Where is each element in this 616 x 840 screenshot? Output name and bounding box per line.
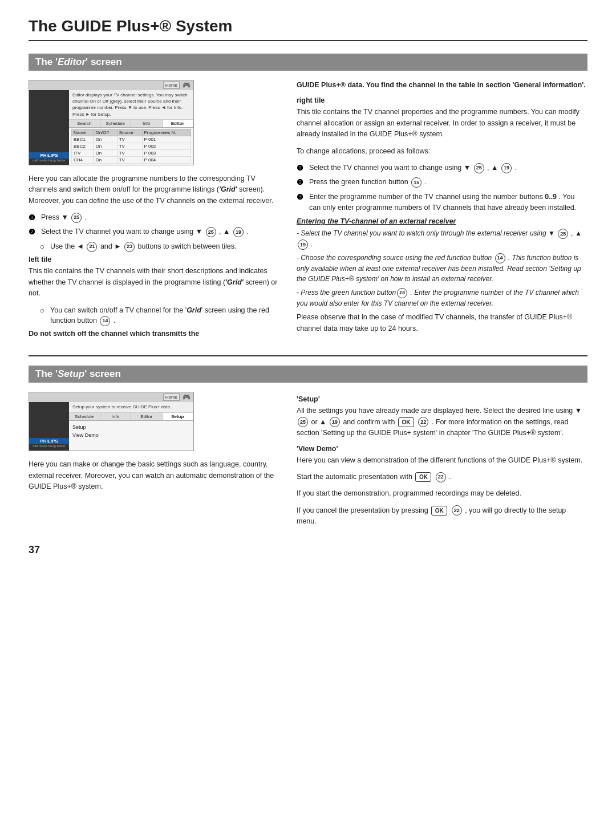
channel-table: Name On/Off Source Programmes N. BBC1 On…: [71, 129, 191, 164]
cell-prog: P 001: [142, 136, 191, 143]
btn-19b: 19: [501, 163, 512, 173]
setup-right-col: 'Setup' All the settings you have alread…: [297, 392, 587, 533]
btn-23: 23: [124, 242, 135, 252]
cell-name: ITV: [72, 149, 94, 156]
setup-header-text: The 'Setup' screen: [35, 368, 121, 379]
tab-editor: Editor: [163, 120, 194, 127]
home-label: Home: [163, 82, 180, 89]
btn-19c: 19: [298, 240, 308, 250]
left-tile-text: This tile contains the TV channels with …: [29, 266, 279, 299]
right-step-3: ❸ Enter the programme number of the TV c…: [297, 192, 587, 213]
btn-25d: 25: [558, 229, 568, 239]
circle-bullet-icon: ○: [40, 305, 50, 316]
cell-name: BBC1: [72, 136, 94, 143]
btn-19: 19: [233, 227, 244, 237]
btn-22c: 22: [452, 505, 462, 516]
setup-tab-row: Schedule Info Editor Setup: [69, 413, 193, 421]
table-row: CH4 On TV P 004: [72, 156, 191, 163]
setup-tab-setup: Setup: [163, 413, 194, 420]
table-header-row: Name On/Off Source Programmes N.: [72, 129, 191, 136]
table-row: BBC2 On TV P 002: [72, 143, 191, 149]
right-step-1-text: Select the TV channel you want to change…: [309, 163, 517, 173]
view-demo-text3: If you start the demonstration, programm…: [297, 488, 587, 499]
screen-topbar: Home 🎮: [29, 80, 193, 90]
cell-source: TV: [117, 136, 142, 143]
editor-screen-mockup: Home 🎮 PHILIPS call made hang better Edi…: [29, 80, 194, 165]
setup-right-text: All the settings you have already made a…: [297, 405, 587, 439]
tab-info: Info: [131, 120, 163, 127]
setup-two-col: Home 🎮 PHILIPS call made hang better Set…: [29, 392, 587, 533]
btn-14b: 14: [495, 253, 505, 263]
view-demo-text1: Here you can view a demonstration of the…: [297, 455, 587, 466]
editor-right-col: GUIDE Plus+® data. You find the channel …: [297, 80, 587, 345]
right-tile-change: To change allocations, proceed as follow…: [297, 146, 587, 157]
col-onoff: On/Off: [94, 129, 117, 136]
ok-box-22: OK: [398, 417, 414, 427]
setup-philips-logo: PHILIPS: [29, 438, 69, 444]
left-tile-bullet-text: You can switch on/off a TV channel for t…: [50, 305, 279, 327]
tab-schedule: Schedule: [100, 120, 132, 127]
editor-step-1: ❶ Press ▼ 25 .: [29, 212, 279, 224]
screen-table-area: Name On/Off Source Programmes N. BBC1 On…: [69, 128, 193, 165]
col-name: Name: [72, 129, 94, 136]
right-tile-text: This tile contains the TV channel proper…: [297, 107, 587, 140]
setup-menu-items: Setup View Demo: [69, 421, 193, 442]
right-step-2: ❷ Press the green function button 15 .: [297, 177, 587, 188]
setup-screen-body: PHILIPS call made hang better Setup your…: [29, 402, 193, 451]
btn-22: 22: [418, 417, 428, 427]
cell-onoff: On: [94, 149, 117, 156]
sub-step-text: Use the ◄ 21 and ► 23 buttons to switch …: [50, 241, 237, 252]
setup-screen-mockup: Home 🎮 PHILIPS call made hang better Set…: [29, 392, 194, 451]
view-demo-text2: Start the automatic presentation with OK…: [297, 472, 587, 482]
cell-onoff: On: [94, 136, 117, 143]
right-step-2-text: Press the green function button 15 .: [309, 177, 427, 188]
page-container: The GUIDE Plus+® System The 'Editor' scr…: [0, 0, 616, 579]
right-step-2-num: ❷: [297, 177, 309, 188]
ok-box-22c: OK: [431, 506, 447, 516]
setup-subhead: 'Setup': [297, 395, 587, 403]
right-step-1-num: ❶: [297, 163, 309, 174]
ext-receiver-items: - Select the TV channel you want to watc…: [297, 228, 587, 309]
main-title: The GUIDE Plus+® System: [29, 17, 587, 35]
sub-bullet-icon: ○: [40, 241, 50, 253]
right-tile-head: right tile: [297, 96, 587, 104]
right-step-1: ❶ Select the TV channel you want to chan…: [297, 163, 587, 174]
left-tile-bullet: ○ You can switch on/off a TV channel for…: [40, 305, 279, 327]
cell-prog: P 003: [142, 149, 191, 156]
setup-screen-right: Setup your system to receive GUIDE Plus+…: [69, 402, 193, 451]
editor-step-2: ❷ Select the TV channel you want to chan…: [29, 226, 279, 238]
remote-icon: 🎮: [183, 82, 191, 89]
step-1-num: ❶: [29, 212, 41, 224]
title-rule: [29, 40, 587, 41]
setup-screen-left-panel: PHILIPS call made hang better: [29, 402, 69, 451]
editor-body-text: Here you can allocate the programme numb…: [29, 173, 279, 206]
view-demo-text4: If you cancel the presentation by pressi…: [297, 505, 587, 527]
view-demo-subhead: 'View Demo': [297, 445, 587, 453]
setup-remote-icon: 🎮: [183, 393, 191, 401]
ext-receiver-head: Entering the TV-channel of an external r…: [297, 217, 587, 225]
editor-two-col: Home 🎮 PHILIPS call made hang better Edi…: [29, 80, 587, 345]
cell-prog: P 002: [142, 143, 191, 149]
cell-onoff: On: [94, 156, 117, 163]
col-source: Source: [117, 129, 142, 136]
ok-box-22b: OK: [415, 472, 431, 482]
cell-name: CH4: [72, 156, 94, 163]
editor-section-header: The 'Editor' screen: [29, 54, 587, 71]
setup-tab-editor: Editor: [131, 413, 163, 420]
setup-menu-item-viewdemo: View Demo: [72, 431, 190, 439]
btn-15: 15: [411, 177, 422, 188]
table-row: ITV On TV P 003: [72, 149, 191, 156]
tab-search: Search: [69, 120, 100, 127]
btn-21: 21: [87, 242, 97, 252]
screen-left-panel: PHILIPS call made hang better: [29, 90, 69, 165]
ext-item-3: - Press the green function button15 . En…: [297, 287, 587, 309]
philips-logo: PHILIPS: [29, 152, 69, 159]
setup-body-text: Here you can make or change the basic se…: [29, 459, 279, 492]
btn-25e: 25: [298, 417, 308, 427]
editor-sub-step: ○ Use the ◄ 21 and ► 23 buttons to switc…: [40, 241, 279, 253]
btn-14: 14: [100, 316, 110, 326]
ext-item-2: - Choose the corresponding source using …: [297, 253, 587, 285]
step-2-num: ❷: [29, 226, 41, 238]
setup-left-col: Home 🎮 PHILIPS call made hang better Set…: [29, 392, 279, 533]
cell-source: TV: [117, 156, 142, 163]
